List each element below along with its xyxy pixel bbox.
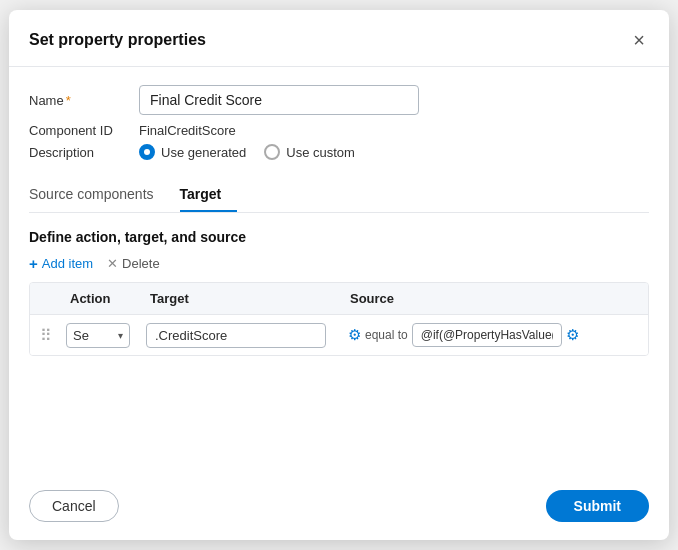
- close-icon: ×: [633, 29, 645, 51]
- action-select[interactable]: Se ▾: [66, 323, 130, 348]
- required-star: *: [66, 93, 71, 108]
- add-item-button[interactable]: + Add item: [29, 255, 93, 272]
- col-header-drag: [30, 289, 62, 308]
- x-delete-icon: ✕: [107, 256, 118, 271]
- section-title: Define action, target, and source: [29, 229, 649, 245]
- drag-handle[interactable]: ⠿: [30, 326, 62, 345]
- tab-target[interactable]: Target: [180, 178, 238, 212]
- plus-icon: +: [29, 255, 38, 272]
- col-header-action: Action: [62, 289, 142, 308]
- component-id-row: Component ID FinalCreditScore: [29, 123, 649, 138]
- add-item-label: Add item: [42, 256, 93, 271]
- description-label: Description: [29, 145, 139, 160]
- cancel-button[interactable]: Cancel: [29, 490, 119, 522]
- data-table: Action Target Source ⠿ Se ▾ ⚙ equal to: [29, 282, 649, 356]
- radio-custom-label: Use custom: [286, 145, 355, 160]
- name-label: Name*: [29, 93, 139, 108]
- set-property-dialog: Set property properties × Name* Componen…: [9, 10, 669, 540]
- col-header-target: Target: [142, 289, 342, 308]
- radio-generated-label: Use generated: [161, 145, 246, 160]
- settings-icon-right[interactable]: ⚙: [566, 326, 579, 344]
- name-input[interactable]: [139, 85, 419, 115]
- radio-use-generated[interactable]: Use generated: [139, 144, 246, 160]
- name-row: Name*: [29, 85, 649, 115]
- description-row: Description Use generated Use custom: [29, 144, 649, 160]
- target-cell: [142, 323, 342, 348]
- action-value: Se: [73, 328, 89, 343]
- chevron-down-icon: ▾: [118, 330, 123, 341]
- dialog-title: Set property properties: [29, 31, 206, 49]
- equal-to-label: equal to: [365, 328, 408, 342]
- col-header-source: Source: [342, 289, 648, 308]
- submit-button[interactable]: Submit: [546, 490, 649, 522]
- toolbar: + Add item ✕ Delete: [29, 255, 649, 272]
- action-cell: Se ▾: [62, 323, 142, 348]
- component-id-value: FinalCreditScore: [139, 123, 236, 138]
- radio-generated-indicator: [139, 144, 155, 160]
- close-button[interactable]: ×: [629, 28, 649, 52]
- table-row: ⠿ Se ▾ ⚙ equal to ⚙: [30, 315, 648, 355]
- table-header: Action Target Source: [30, 283, 648, 315]
- delete-button[interactable]: ✕ Delete: [107, 256, 160, 271]
- dialog-footer: Cancel Submit: [9, 474, 669, 540]
- dialog-body: Name* Component ID FinalCreditScore Desc…: [9, 67, 669, 474]
- radio-custom-indicator: [264, 144, 280, 160]
- radio-group: Use generated Use custom: [139, 144, 355, 160]
- component-id-label: Component ID: [29, 123, 139, 138]
- tab-source-components[interactable]: Source components: [29, 178, 170, 212]
- settings-icon-left[interactable]: ⚙: [348, 326, 361, 344]
- target-input[interactable]: [146, 323, 326, 348]
- radio-use-custom[interactable]: Use custom: [264, 144, 355, 160]
- dialog-header: Set property properties ×: [9, 10, 669, 67]
- source-cell: ⚙ equal to ⚙: [342, 323, 648, 347]
- tabs: Source components Target: [29, 178, 649, 213]
- delete-label: Delete: [122, 256, 160, 271]
- source-input[interactable]: [412, 323, 562, 347]
